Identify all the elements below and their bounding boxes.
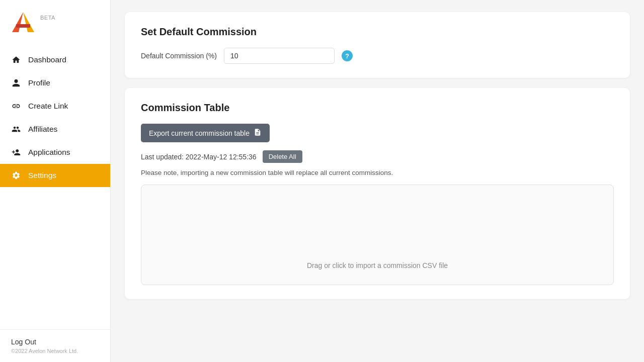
sidebar-label-affiliates: Affiliates xyxy=(28,125,57,134)
logout-button[interactable]: Log Out xyxy=(11,338,99,346)
link-icon xyxy=(11,101,21,111)
last-updated-row: Last updated: 2022-May-12 12:55:36 Delet… xyxy=(141,150,614,163)
sidebar-item-affiliates[interactable]: Affiliates xyxy=(0,118,110,141)
sidebar-label-settings: Settings xyxy=(28,171,56,180)
commission-table-card: Commission Table Export current commissi… xyxy=(125,88,630,299)
gear-icon xyxy=(11,170,21,180)
sidebar-item-applications[interactable]: Applications xyxy=(0,141,110,164)
dropzone-text: Drag or click to import a commission CSV… xyxy=(307,261,448,269)
sidebar-label-profile: Profile xyxy=(28,78,50,87)
commission-form-label: Default Commission (%) xyxy=(141,52,217,60)
import-note: Please note, importing a new commission … xyxy=(141,169,614,176)
export-button[interactable]: Export current commission table xyxy=(141,124,270,142)
sidebar-item-settings[interactable]: Settings xyxy=(0,164,110,187)
export-file-icon xyxy=(254,128,262,138)
svg-marker-2 xyxy=(23,12,34,32)
csv-dropzone[interactable]: Drag or click to import a commission CSV… xyxy=(141,185,614,285)
sidebar-item-create-link[interactable]: Create Link xyxy=(0,95,110,118)
sidebar: BETA Dashboard Profile Create Link Aff xyxy=(0,0,111,362)
commission-card-title: Set Default Commission xyxy=(141,26,614,38)
beta-label: BETA xyxy=(40,15,55,21)
home-icon xyxy=(11,55,21,65)
sidebar-nav: Dashboard Profile Create Link Affiliates xyxy=(0,44,110,329)
svg-rect-3 xyxy=(16,24,30,28)
help-icon[interactable]: ? xyxy=(342,50,353,61)
sidebar-item-profile[interactable]: Profile xyxy=(0,71,110,95)
user-icon xyxy=(11,78,21,88)
logo-area: BETA xyxy=(0,0,110,44)
copyright-text: ©2022 Avelon Network Ltd. xyxy=(11,348,99,354)
logo-icon xyxy=(10,9,36,35)
sidebar-item-dashboard[interactable]: Dashboard xyxy=(0,48,110,71)
users-icon xyxy=(11,124,21,134)
sidebar-label-dashboard: Dashboard xyxy=(28,55,66,64)
svg-marker-1 xyxy=(12,12,23,32)
sidebar-label-create-link: Create Link xyxy=(28,102,68,111)
commission-table-title: Commission Table xyxy=(141,102,614,114)
export-button-label: Export current commission table xyxy=(149,129,250,137)
commission-input[interactable] xyxy=(224,48,335,64)
sidebar-label-applications: Applications xyxy=(28,148,70,157)
user-plus-icon xyxy=(11,147,21,157)
delete-all-button[interactable]: Delete All xyxy=(263,150,302,163)
sidebar-footer: Log Out ©2022 Avelon Network Ltd. xyxy=(0,329,110,362)
commission-card: Set Default Commission Default Commissio… xyxy=(125,12,630,78)
last-updated-text: Last updated: 2022-May-12 12:55:36 xyxy=(141,153,257,161)
commission-form-row: Default Commission (%) ? xyxy=(141,48,614,64)
main-content: Set Default Commission Default Commissio… xyxy=(111,0,644,362)
